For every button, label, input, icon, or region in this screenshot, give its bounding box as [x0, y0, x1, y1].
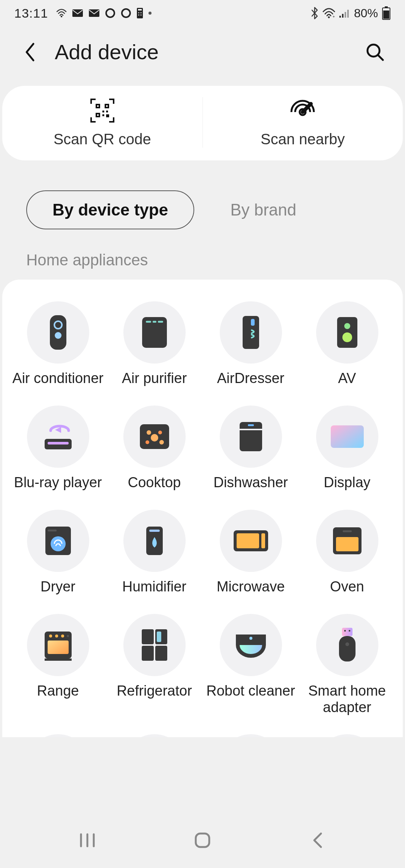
humidifier-icon [123, 510, 186, 572]
device-airdresser[interactable]: AirDresser [202, 301, 299, 387]
svg-point-51 [151, 434, 158, 441]
svg-point-36 [55, 332, 62, 339]
range-icon [27, 614, 89, 676]
svg-point-10 [141, 15, 142, 16]
svg-rect-59 [48, 530, 57, 531]
device-label: Microwave [217, 579, 285, 595]
device-dishwasher[interactable]: Dishwasher [202, 406, 299, 491]
device-display[interactable]: Display [299, 406, 395, 491]
device-label: Smart home adapter [299, 683, 395, 715]
svg-point-3 [106, 9, 114, 17]
microwave-icon [220, 510, 282, 572]
device-humidifier[interactable]: Humidifier [106, 510, 202, 595]
device-refrigerator[interactable]: Refrigerator [106, 614, 202, 715]
svg-point-72 [61, 635, 64, 638]
device-peek-icon[interactable] [27, 734, 89, 737]
svg-rect-19 [383, 10, 389, 19]
dryer-icon [27, 510, 89, 572]
device-av[interactable]: AV [299, 301, 395, 387]
svg-rect-16 [347, 10, 349, 18]
svg-rect-65 [261, 533, 265, 548]
scan-qr-code[interactable]: Scan QR code [2, 97, 202, 148]
home-button[interactable] [188, 825, 218, 855]
svg-rect-23 [97, 105, 99, 107]
tab-by-brand[interactable]: By brand [209, 190, 317, 229]
smart-home-adapter-icon [316, 614, 378, 676]
device-label: AirDresser [217, 370, 284, 387]
svg-rect-30 [102, 114, 104, 116]
svg-point-71 [55, 635, 58, 638]
search-button[interactable] [364, 41, 386, 63]
recent-apps-button[interactable] [72, 825, 102, 855]
device-label: Refrigerator [117, 683, 192, 699]
svg-rect-82 [342, 628, 352, 636]
device-robot-cleaner[interactable]: Robot cleaner [202, 614, 299, 715]
device-air-conditioner[interactable]: Air conditioner [10, 301, 106, 387]
wifi-small-icon [56, 9, 67, 18]
svg-point-8 [141, 12, 142, 13]
bluetooth-icon [310, 7, 319, 19]
oven-icon [316, 510, 378, 572]
airdresser-icon [220, 301, 282, 364]
svg-point-44 [344, 323, 350, 329]
svg-rect-0 [61, 16, 62, 17]
device-air-purifier[interactable]: Air purifier [106, 301, 202, 387]
mail-icon [72, 9, 83, 18]
svg-point-11 [328, 16, 330, 18]
scan-nearby[interactable]: Scan nearby [202, 97, 403, 148]
dishwasher-icon [220, 406, 282, 468]
svg-rect-47 [48, 442, 69, 444]
svg-point-52 [146, 440, 149, 444]
device-dryer[interactable]: Dryer [10, 510, 106, 595]
svg-rect-25 [106, 105, 108, 107]
nav-back-button[interactable] [303, 825, 333, 855]
device-range[interactable]: Range [10, 614, 106, 715]
device-label: Dishwasher [213, 474, 288, 491]
section-title-home-appliances: Home appliances [0, 229, 405, 280]
status-clock: 13:11 [14, 6, 48, 21]
svg-rect-57 [331, 425, 364, 448]
device-grid-card: Air conditioner Air purifier AirDresser … [2, 280, 403, 737]
device-cooktop[interactable]: Cooktop [106, 406, 202, 491]
device-smart-home-adapter[interactable]: Smart home adapter [299, 614, 395, 715]
device-grid: Air conditioner Air purifier AirDresser … [10, 301, 395, 715]
svg-rect-40 [158, 321, 163, 323]
svg-point-53 [159, 440, 164, 444]
radar-icon [289, 97, 316, 124]
svg-rect-79 [155, 646, 167, 661]
device-label: Oven [330, 579, 364, 595]
svg-point-73 [67, 635, 69, 637]
tab-by-device-type[interactable]: By device type [26, 190, 194, 229]
svg-rect-83 [344, 630, 346, 632]
svg-rect-29 [106, 111, 108, 112]
device-peek-icon[interactable] [123, 734, 186, 737]
status-right: + 80% [310, 6, 391, 20]
page-title: Add device [55, 40, 159, 64]
svg-rect-76 [142, 629, 154, 644]
svg-point-9 [138, 15, 140, 16]
svg-rect-55 [240, 429, 262, 430]
svg-point-45 [342, 332, 352, 342]
device-oven[interactable]: Oven [299, 510, 395, 595]
cooktop-icon [123, 406, 186, 468]
device-peek-icon[interactable] [316, 734, 378, 737]
display-icon [316, 406, 378, 468]
svg-rect-38 [146, 321, 151, 323]
svg-rect-64 [237, 533, 259, 548]
device-grid-peek [10, 715, 395, 737]
status-bar: 13:11 + 80% [0, 0, 405, 26]
svg-rect-31 [106, 114, 109, 117]
svg-rect-2 [89, 9, 99, 17]
air-conditioner-icon [27, 301, 89, 364]
device-label: Blu-ray player [14, 474, 102, 491]
svg-point-70 [49, 635, 52, 638]
device-microwave[interactable]: Microwave [202, 510, 299, 595]
device-label: AV [338, 370, 356, 387]
svg-rect-6 [138, 9, 142, 10]
device-peek-icon[interactable] [220, 734, 282, 737]
device-label: Air conditioner [12, 370, 104, 387]
back-button[interactable] [19, 41, 41, 63]
device-blu-ray-player[interactable]: Blu-ray player [10, 406, 106, 491]
svg-point-86 [345, 642, 349, 646]
svg-rect-75 [45, 658, 72, 661]
